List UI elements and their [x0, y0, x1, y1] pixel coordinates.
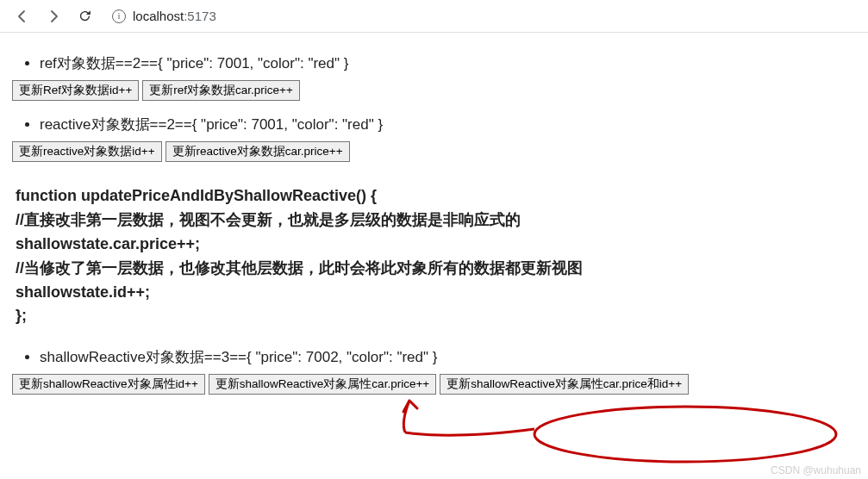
update-ref-car-price-button[interactable]: 更新ref对象数据car.price++: [142, 80, 300, 101]
reactive-data-line: reactive对象数据==2=={ "price": 7001, "color…: [40, 115, 859, 134]
back-button[interactable]: [10, 4, 34, 28]
code-block: function updatePriceAndIdByShallowReacti…: [9, 176, 859, 337]
update-shallow-car-price-button[interactable]: 更新shallowReactive对象属性car.price++: [209, 374, 436, 395]
browser-toolbar: i localhost:5173: [0, 0, 868, 33]
update-ref-id-button[interactable]: 更新Ref对象数据id++: [12, 80, 139, 101]
ref-data-line: ref对象数据==2=={ "price": 7001, "color": "r…: [40, 53, 859, 73]
forward-button[interactable]: [41, 4, 66, 28]
reactive-button-row: 更新reactive对象数据id++ 更新reactive对象数据car.pri…: [9, 141, 859, 162]
url-text: localhost:5173: [133, 9, 216, 23]
info-icon: i: [112, 9, 126, 23]
reactive-section-list: reactive对象数据==2=={ "price": 7001, "color…: [9, 115, 859, 134]
update-reactive-id-button[interactable]: 更新reactive对象数据id++: [12, 141, 162, 162]
ref-section-list: ref对象数据==2=={ "price": 7001, "color": "r…: [9, 53, 859, 73]
ref-button-row: 更新Ref对象数据id++ 更新ref对象数据car.price++: [9, 80, 859, 101]
shallow-button-row: 更新shallowReactive对象属性id++ 更新shallowReact…: [9, 374, 859, 395]
shallow-section-list: shallowReactive对象数据==3=={ "price": 7002,…: [9, 347, 859, 367]
watermark: CSDN @wuhuhuan: [771, 464, 861, 476]
update-reactive-car-price-button[interactable]: 更新reactive对象数据car.price++: [165, 141, 350, 162]
address-bar[interactable]: i localhost:5173: [103, 4, 858, 28]
refresh-button[interactable]: [72, 4, 97, 28]
update-shallow-id-button[interactable]: 更新shallowReactive对象属性id++: [12, 374, 205, 395]
update-shallow-car-price-and-id-button[interactable]: 更新shallowReactive对象属性car.price和id++: [440, 374, 689, 395]
shallow-data-line: shallowReactive对象数据==3=={ "price": 7002,…: [40, 347, 859, 367]
page-content: ref对象数据==2=={ "price": 7001, "color": "r…: [0, 33, 868, 419]
